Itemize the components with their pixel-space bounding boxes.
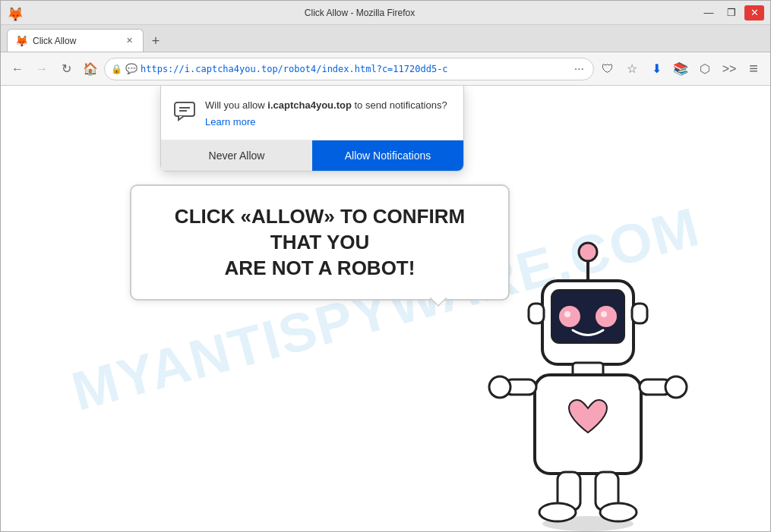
svg-point-17 — [489, 376, 510, 398]
home-button[interactable]: 🏠 — [80, 58, 101, 80]
toolbar: ← → ↻ 🏠 🔒 💬 https://i.captcha4you.top/ro… — [1, 52, 770, 86]
allow-notifications-button[interactable]: Allow Notifications — [312, 140, 463, 171]
chat-bubble-icon — [173, 99, 196, 127]
library-icon[interactable]: 📚 — [670, 58, 691, 80]
svg-point-9 — [596, 306, 617, 327]
maximize-button[interactable]: ❐ — [722, 5, 741, 20]
title-bar-left: 🦊 — [7, 6, 21, 20]
captcha-message-wrap: CLICK «ALLOW» TO CONFIRM THAT YOU ARE NO… — [130, 184, 510, 301]
learn-more-link[interactable]: Learn more — [205, 116, 447, 127]
new-tab-button[interactable]: + — [145, 30, 166, 52]
close-button[interactable]: ✕ — [744, 5, 764, 20]
svg-point-23 — [600, 503, 637, 521]
svg-point-8 — [559, 306, 580, 327]
downloads-icon[interactable]: ⬇ — [646, 58, 667, 80]
svg-rect-12 — [529, 304, 544, 323]
notif-question-pre: Will you allow — [205, 99, 267, 111]
address-more-button[interactable]: ··· — [571, 62, 587, 76]
tab-favicon-icon: 🦊 — [15, 35, 28, 47]
notif-question-post: to send notifications? — [352, 99, 447, 111]
url-text: https://i.captcha4you.top/robot4/index.h… — [141, 64, 568, 74]
captcha-bubble: CLICK «ALLOW» TO CONFIRM THAT YOU ARE NO… — [130, 184, 510, 301]
minimize-button[interactable]: — — [699, 5, 719, 20]
title-bar: 🦊 Click Allow - Mozilla Firefox — ❐ ✕ — [1, 1, 770, 25]
extensions-icon[interactable]: >> — [719, 58, 740, 80]
notification-text: Will you allow i.captcha4you.top to send… — [205, 98, 447, 127]
notification-body: Will you allow i.captcha4you.top to send… — [161, 86, 463, 134]
window-title: Click Allow - Mozilla Firefox — [21, 8, 699, 18]
svg-point-19 — [665, 376, 687, 398]
address-bar[interactable]: 🔒 💬 https://i.captcha4you.top/robot4/ind… — [104, 58, 594, 80]
lock-icon: 🔒 — [111, 64, 122, 74]
notification-popup: Will you allow i.captcha4you.top to send… — [160, 86, 464, 172]
notification-buttons: Never Allow Allow Notifications — [161, 140, 463, 171]
menu-button[interactable]: ≡ — [743, 58, 764, 80]
tab-bar: 🦊 Click Allow ✕ + — [1, 25, 770, 52]
never-allow-button[interactable]: Never Allow — [161, 140, 312, 171]
page-content: Will you allow i.captcha4you.top to send… — [1, 86, 770, 531]
browser-window: 🦊 Click Allow - Mozilla Firefox — ❐ ✕ 🦊 … — [0, 0, 771, 532]
firefox-logo-icon: 🦊 — [7, 6, 21, 20]
bookmark-star-icon[interactable]: ☆ — [621, 58, 643, 80]
robot-image — [482, 228, 694, 531]
forward-button[interactable]: → — [31, 58, 52, 80]
captcha-text: CLICK «ALLOW» TO CONFIRM THAT YOU ARE NO… — [154, 204, 485, 281]
refresh-button[interactable]: ↻ — [55, 58, 77, 80]
svg-rect-13 — [632, 304, 647, 323]
svg-point-11 — [601, 311, 607, 317]
svg-rect-0 — [175, 102, 194, 116]
tracking-protection-icon[interactable]: 🛡 — [597, 58, 618, 80]
synced-tabs-icon[interactable]: ⬡ — [694, 58, 716, 80]
notification-permission-icon: 💬 — [125, 63, 137, 74]
svg-point-21 — [539, 503, 576, 521]
tab-label: Click Allow — [33, 36, 76, 46]
tab-close-button[interactable]: ✕ — [123, 35, 135, 47]
window-controls: — ❐ ✕ — [699, 5, 764, 20]
svg-point-10 — [564, 311, 570, 317]
toolbar-right-icons: 🛡 ☆ ⬇ 📚 ⬡ >> ≡ — [597, 58, 764, 80]
active-tab[interactable]: 🦊 Click Allow ✕ — [7, 29, 144, 52]
back-button[interactable]: ← — [7, 58, 28, 80]
svg-point-5 — [579, 243, 597, 261]
notif-domain: i.captcha4you.top — [267, 99, 352, 111]
